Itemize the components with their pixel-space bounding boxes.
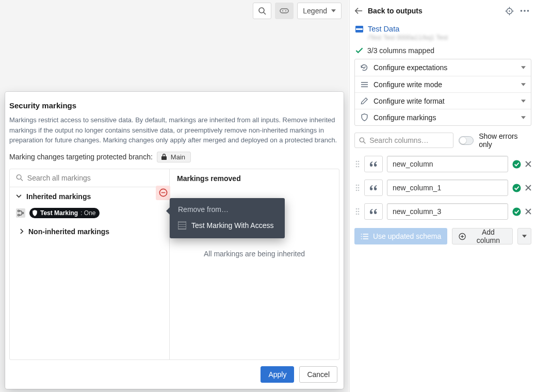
use-updated-schema-button[interactable]: Use updated schema: [354, 228, 447, 244]
legend-button[interactable]: Legend: [297, 3, 342, 19]
column-ok-icon: [512, 160, 521, 169]
close-icon: [525, 161, 531, 167]
column-ok-icon: [512, 184, 521, 192]
panel-header: Back to outputs: [354, 3, 531, 19]
dataset-icon: [355, 26, 363, 32]
quote-icon: [370, 185, 377, 191]
remove-marking-button[interactable]: [156, 186, 170, 200]
svg-point-47: [355, 211, 357, 213]
link-icon: [280, 8, 289, 13]
marking-row: Test Marking: One: [10, 206, 169, 222]
cancel-button[interactable]: Cancel: [299, 366, 337, 383]
column-name-input[interactable]: [387, 203, 508, 220]
shield-icon: [361, 113, 368, 121]
search-button[interactable]: [253, 3, 271, 19]
link-toggle-button[interactable]: [275, 3, 294, 19]
svg-point-27: [355, 161, 357, 162]
grip-icon[interactable]: [354, 184, 360, 191]
grip-icon[interactable]: [354, 208, 360, 215]
close-icon: [525, 208, 531, 215]
search-markings-input[interactable]: [27, 174, 163, 182]
config-item-write-mode[interactable]: Configure write mode: [355, 76, 531, 92]
column-delete-button[interactable]: [525, 185, 531, 191]
caret-down-icon: [521, 83, 526, 86]
apply-button[interactable]: Apply: [261, 366, 294, 383]
add-column-label: Add column: [470, 228, 506, 244]
caret-down-icon: [331, 9, 336, 12]
search-columns-box[interactable]: [354, 133, 453, 148]
config-list: Configure expectations Configure write m…: [354, 59, 531, 126]
removed-header: Markings removed: [170, 169, 339, 188]
svg-point-14: [509, 10, 510, 11]
errors-only-toggle[interactable]: [459, 136, 474, 145]
config-item-write-format[interactable]: Configure write format: [355, 92, 531, 109]
popover-footer: Apply Cancel: [5, 360, 344, 389]
more-menu-button[interactable]: [518, 4, 531, 18]
check-circle-icon: [512, 184, 521, 192]
column-row: [354, 156, 531, 172]
inherited-header-label: Inherited markings: [26, 192, 91, 201]
inherited-markings-header[interactable]: Inherited markings: [10, 187, 169, 206]
marking-tag[interactable]: Test Marking: One: [29, 208, 100, 218]
check-icon: [355, 47, 363, 54]
dataset-name[interactable]: Test Data: [368, 25, 399, 33]
errors-only-label: Show errors only: [479, 132, 531, 149]
svg-point-42: [512, 184, 521, 192]
context-menu-item[interactable]: Test Marking With Access: [170, 218, 285, 233]
marking-tag-prefix: Test Marking: [40, 209, 78, 217]
svg-point-29: [355, 164, 357, 165]
search-markings-box[interactable]: [10, 169, 169, 187]
target-icon: [505, 7, 514, 15]
security-markings-popover: Security markings Markings restrict acce…: [5, 92, 344, 389]
column-rows: [354, 156, 531, 220]
svg-point-8: [18, 214, 19, 216]
svg-point-32: [358, 166, 359, 168]
shield-icon: [32, 210, 38, 216]
markings-right-pane: Markings removed Remove from… Test Marki…: [170, 169, 339, 360]
add-column-button[interactable]: Add column: [452, 228, 513, 244]
search-columns-input[interactable]: [369, 136, 449, 144]
back-to-outputs[interactable]: Back to outputs: [354, 7, 423, 15]
config-item-expectations[interactable]: Configure expectations: [355, 59, 531, 76]
target-button[interactable]: [502, 4, 516, 18]
columns-mapped-label: 3/3 columns mapped: [367, 46, 434, 55]
updated-schema-label: Use updated schema: [373, 232, 441, 240]
branch-connector-icon: [16, 208, 25, 218]
branch-tag[interactable]: Main: [157, 152, 191, 162]
lock-icon: [160, 153, 168, 160]
search-icon: [16, 174, 23, 182]
column-type-button[interactable]: [364, 156, 383, 172]
chevron-right-icon: [20, 228, 24, 234]
branch-name: Main: [171, 153, 185, 161]
context-menu-item-label: Test Marking With Access: [191, 221, 274, 230]
markings-body: Inherited markings Test Marking: One Non…: [9, 169, 339, 361]
chevron-down-icon: [16, 194, 22, 198]
non-inherited-markings-header[interactable]: Non-inherited markings: [10, 222, 169, 241]
noninherited-header-label: Non-inherited markings: [28, 227, 109, 236]
column-delete-button[interactable]: [525, 161, 531, 167]
column-type-button[interactable]: [364, 179, 383, 196]
check-circle-icon: [512, 207, 521, 216]
column-type-button[interactable]: [364, 203, 383, 220]
all-inherited-message: All markings are being inherited: [170, 250, 339, 258]
svg-point-59: [361, 238, 362, 239]
grip-icon[interactable]: [354, 160, 360, 168]
svg-point-49: [355, 214, 357, 215]
popover-description: Markings restrict access to sensitive da…: [9, 115, 339, 145]
column-name-input[interactable]: [387, 179, 508, 196]
config-label: Configure write format: [373, 97, 445, 105]
column-name-input[interactable]: [387, 156, 508, 172]
add-column-more-button[interactable]: [517, 228, 531, 244]
column-actions: Use updated schema Add column: [354, 228, 531, 244]
config-item-markings[interactable]: Configure markings: [355, 109, 531, 125]
quote-icon: [370, 209, 377, 215]
more-horizontal-icon: [520, 10, 529, 12]
remove-from-context-menu: Remove from… Test Marking With Access: [170, 198, 285, 238]
search-icon: [359, 137, 366, 144]
branch-label: Marking changes targeting protected bran…: [9, 153, 153, 161]
column-search-row: Show errors only: [354, 132, 531, 149]
branch-row: Marking changes targeting protected bran…: [9, 152, 339, 162]
column-delete-button[interactable]: [525, 208, 531, 215]
plus-circle-icon: [459, 233, 466, 240]
list-icon: [361, 81, 368, 88]
